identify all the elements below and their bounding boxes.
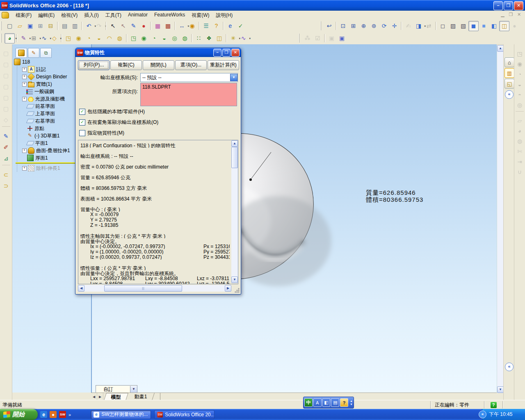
hidden-lines-visible-icon[interactable]: ▨ [448,21,458,31]
checkbox-row-0[interactable]: ✓包括隱藏的本體/零組件(H) [79,108,145,115]
report-hscrollbar[interactable]: ◀ ||| ▶ [78,285,231,292]
reference-point-icon[interactable]: ◇ [49,33,59,43]
edit-color-icon[interactable]: ▦ [153,21,163,31]
tab-featuremanager-design-tree[interactable] [16,48,27,58]
tab-design-library[interactable]: ▥ [504,68,514,78]
checkbox-row-2[interactable]: 指定物質特性(M) [79,130,124,137]
taskbar-task-1[interactable]: SWSolidWorks Office 20... [154,410,215,419]
view-orientation-icon[interactable]: ◨ [413,21,424,31]
report-hscroll-thumb[interactable]: ||| [104,285,182,292]
curve-tools-icon[interactable]: ✳ [228,33,238,43]
configuration-combo[interactable]: 自訂 ▼ [96,385,137,393]
sketch-tools-icon[interactable]: ✎ [18,33,29,43]
linear-pattern-icon[interactable]: ∷ [194,33,204,43]
collaboration-offline-icon[interactable]: ▣ [326,33,337,43]
design-checker-icon[interactable]: ☑ [313,33,323,43]
restore-button[interactable]: ❐ [504,1,513,10]
section-view-icon[interactable]: ◫ [499,21,509,31]
back-view-icon[interactable]: ▢ [1,59,11,69]
offset-surface-icon[interactable]: ◎ [515,100,525,110]
dialog-title-bar[interactable]: SW 物質特性 – ❐ ✕ [75,48,241,57]
knit-surface-icon[interactable]: ∪ [515,167,525,177]
sketch-icon[interactable]: ✎ [128,21,139,31]
expand-icon[interactable]: + [22,166,27,171]
curvature-icon[interactable]: ◉ [187,21,197,31]
extend-surface-icon[interactable]: ⇥ [515,156,525,167]
lofted-boss-icon[interactable]: ◒ [94,33,104,43]
report-scroll-right-icon[interactable]: ▶ [225,285,231,292]
menu-4[interactable]: 工具(T) [102,11,125,20]
zoom-to-fit-icon[interactable]: ⊡ [338,21,348,31]
dialog-minimize-button[interactable]: – [213,49,221,57]
sketch-icon[interactable]: ✎ [1,131,11,141]
mdi-minimize-icon[interactable]: ▁ [499,12,506,17]
save-icon[interactable]: ▣ [25,21,35,31]
dialog-button-3[interactable]: 選項(O)... [175,60,207,70]
tab-scroll-right-icon[interactable]: ▶ [97,393,103,400]
helix-icon[interactable]: ∿ [238,33,249,43]
modify-sketch-icon[interactable]: ⊿ [1,153,11,163]
right-view-icon[interactable]: ▢ [1,81,11,91]
menu-0[interactable]: 檔案(F) [12,11,35,20]
collapse-taskpane-bottom-icon[interactable]: « [505,363,514,371]
close-button[interactable]: ✕ [514,1,523,10]
shadows-in-shaded-mode-icon[interactable]: ◧ [489,21,499,31]
ime-help-icon[interactable]: ? [340,398,348,407]
move-rotate-component-icon[interactable]: ⇄ [424,21,434,31]
new-icon[interactable]: ▢ [5,21,15,31]
report-scroll-down-icon[interactable]: ▼ [231,276,238,283]
extruded-boss-icon[interactable]: ◳ [63,33,73,43]
solidworks-icon[interactable]: SW [59,411,66,418]
pan-icon[interactable]: ✛ [389,21,399,31]
report-vscrollbar[interactable]: ▲ ▼ [231,140,238,283]
swept-surface-icon[interactable]: ◔ [515,69,525,79]
mirror-feature-icon[interactable]: ◫ [214,33,224,43]
viewport-vscrollbar[interactable]: ▲ ▼ [497,45,504,393]
ime-pad-icon[interactable]: ▤ [331,398,339,407]
menu-8[interactable]: 說明(H) [212,11,236,20]
mass-properties-report[interactable]: 118 ( Part Configuration - 預設 ) 的物質特性 輸出… [78,140,238,284]
dimension-icon[interactable]: ↔ [177,21,187,31]
shaded-with-edges-icon[interactable]: ◼ [468,21,479,31]
offset-surface-icon[interactable]: ◎ [169,33,180,43]
revolved-surface-icon[interactable]: ◉ [515,59,525,69]
taskbar-task-0[interactable]: eSW怎样测量物体的... [91,410,151,419]
checkbox-icon[interactable]: ✓ [79,119,85,126]
annotation-anchor-point[interactable] [249,178,252,181]
3d-drawing-view-icon[interactable]: ✍ [403,21,413,31]
lofted-surface-icon[interactable]: ◒ [515,79,525,89]
zoom-in-out-icon[interactable]: ⊕ [358,21,369,31]
report-scroll-up-icon[interactable]: ▲ [231,140,238,147]
status-help-cell[interactable]: ? [484,401,502,409]
rebuild-icon[interactable]: ● [139,21,149,31]
mdi-restore-icon[interactable]: ❐ [507,12,514,17]
combo-chevron-icon[interactable]: ▼ [230,74,237,81]
undo-icon[interactable]: ↶ [84,21,94,31]
extruded-surface-icon[interactable]: ◳ [515,48,525,59]
collaboration-online-icon[interactable]: ▣ [337,33,347,43]
3d-sketch-icon[interactable]: ✐ [1,142,11,152]
web-toolbar-icon[interactable]: ◕ [5,33,15,43]
expand-icon[interactable]: + [22,97,27,101]
checkbox-icon[interactable]: ✓ [79,109,85,115]
menu-1[interactable]: 編輯(E) [35,11,58,20]
tab-scroll-left-icon[interactable]: ◀ [91,393,97,400]
shape-feature-icon[interactable]: ◍ [114,33,125,43]
scroll-down-icon[interactable]: ▼ [497,386,504,393]
language-bar-arrows-icon[interactable]: ▲▼ [350,399,353,406]
media-player-icon[interactable]: ● [50,411,57,418]
output-coordinate-combo[interactable]: -- 預設 -- ▼ [140,73,238,82]
texture-icon[interactable]: ▩ [163,21,173,31]
mass-properties-annotation[interactable]: 質量=626.85946 體積=80366.59753 [366,189,423,203]
make-drawing-from-part-icon[interactable]: ⊞ [35,21,46,31]
dialog-button-4[interactable]: 重新計算(R) [208,60,239,70]
checkbox-row-1[interactable]: ✓在視窗角落顯示輸出座標系統(O) [79,119,158,126]
feature-statistics-icon[interactable]: ⁂ [302,33,313,43]
menu-6[interactable]: FeatureWorks [151,11,188,20]
circular-pattern-icon[interactable]: ❖ [204,33,214,43]
hidden-lines-removed-icon[interactable]: ▧ [458,21,468,31]
tab-file-explorer[interactable]: ◱ [504,79,514,89]
offset-entities-icon[interactable]: ⊃ [1,180,11,191]
swept-boss-icon[interactable]: ◔ [84,33,94,43]
menu-3[interactable]: 插入(I) [81,11,102,20]
